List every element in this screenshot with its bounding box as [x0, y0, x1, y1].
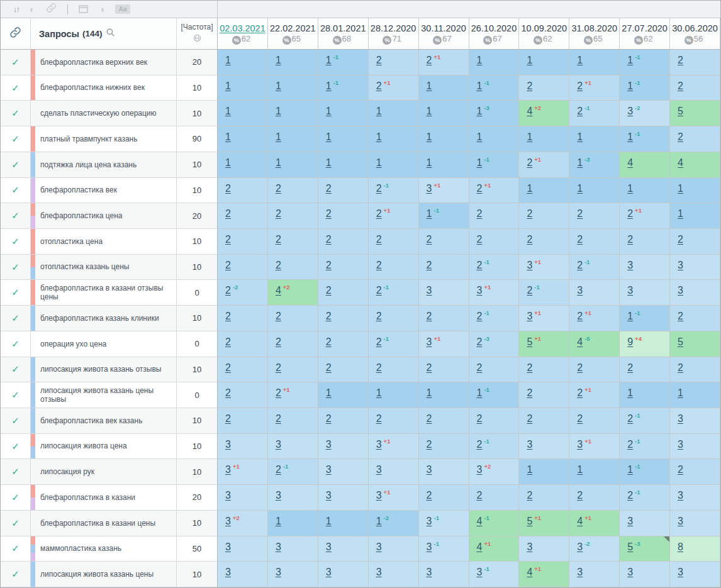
position-link[interactable]: 2 [276, 388, 281, 398]
position-link[interactable]: 1 [225, 106, 231, 116]
position-link[interactable]: 1 [276, 106, 281, 116]
keyword-checkbox[interactable]: ✓ [1, 485, 31, 511]
date-column-header[interactable]: 10.09.2020%62 [519, 18, 569, 50]
position-link[interactable]: 3 [678, 260, 683, 270]
position-link[interactable]: 2 [225, 260, 231, 270]
position-link[interactable]: 1 [376, 158, 382, 168]
position-link[interactable]: 4 [627, 158, 633, 168]
keyword-label[interactable]: блефаропластика век [40, 186, 117, 194]
position-link[interactable]: 1 [326, 55, 332, 65]
position-link[interactable]: 2 [326, 363, 332, 373]
position-link[interactable]: 2 [376, 184, 382, 194]
keyword-checkbox[interactable]: ✓ [1, 511, 31, 536]
position-link[interactable]: 2 [376, 235, 382, 245]
position-link[interactable]: 3 [627, 260, 633, 270]
position-link[interactable]: 1 [527, 132, 532, 142]
position-link[interactable]: 3 [427, 542, 432, 552]
position-link[interactable]: 3 [326, 465, 332, 475]
date-column-header[interactable]: 28.12.2020%71 [369, 18, 419, 50]
position-link[interactable]: 1 [276, 516, 281, 526]
position-link[interactable]: 2 [376, 337, 382, 347]
position-link[interactable]: 2 [326, 337, 332, 347]
keyword-label[interactable]: блефаропластика верхних век [40, 58, 147, 67]
position-link[interactable]: 2 [427, 363, 432, 373]
position-link[interactable]: 2 [577, 81, 583, 91]
keyword-checkbox[interactable]: ✓ [1, 229, 31, 255]
position-link[interactable]: 2 [577, 311, 583, 321]
position-link[interactable]: 1 [577, 55, 583, 65]
position-link[interactable]: 2 [225, 311, 231, 321]
position-link[interactable]: 3 [477, 567, 483, 577]
position-link[interactable]: 2 [326, 286, 332, 296]
date-column-header[interactable]: 02.03.2021%62 [218, 18, 268, 50]
position-link[interactable]: 2 [477, 209, 483, 219]
keyword-label[interactable]: блефаропластика цена [40, 211, 123, 220]
position-link[interactable]: 2 [225, 363, 231, 373]
position-link[interactable]: 1 [627, 132, 633, 142]
position-link[interactable]: 1 [427, 388, 432, 398]
position-link[interactable]: 1 [577, 465, 583, 475]
position-link[interactable]: 3 [427, 465, 432, 475]
position-link[interactable]: 3 [527, 311, 532, 321]
position-link[interactable]: 2 [276, 337, 281, 347]
position-link[interactable]: 3 [577, 542, 583, 552]
position-link[interactable]: 2 [577, 363, 583, 373]
keyword-checkbox[interactable]: ✓ [1, 255, 31, 280]
date-label[interactable]: 30.11.2020 [421, 23, 466, 33]
keyword-checkbox[interactable]: ✓ [1, 331, 31, 357]
position-link[interactable]: 1 [477, 55, 483, 65]
position-link[interactable]: 3 [376, 567, 382, 577]
keyword-checkbox[interactable]: ✓ [1, 459, 31, 485]
keyword-checkbox[interactable]: ✓ [1, 152, 31, 178]
circle-icon[interactable]: ◐ [30, 4, 35, 14]
date-column-header[interactable]: 30.11.2020%67 [419, 18, 469, 50]
keyword-checkbox[interactable]: ✓ [1, 434, 31, 460]
position-link[interactable]: 1 [527, 465, 532, 475]
position-link[interactable]: 1 [225, 81, 231, 91]
position-link[interactable]: 3 [577, 567, 583, 577]
position-link[interactable]: 2 [276, 311, 281, 321]
position-link[interactable]: 3 [276, 440, 281, 450]
position-link[interactable]: 3 [477, 286, 483, 296]
position-link[interactable]: 9 [627, 337, 633, 347]
keyword-label[interactable]: блефаропластика казань клиники [40, 314, 159, 323]
position-link[interactable]: 3 [376, 491, 382, 501]
position-link[interactable]: 2 [225, 337, 231, 347]
note-marker[interactable] [664, 536, 669, 542]
keyword-label[interactable]: блефаропластика век казань [40, 416, 142, 425]
keyword-checkbox[interactable]: ✓ [1, 178, 31, 204]
date-column-header[interactable]: 26.10.2020%67 [469, 18, 520, 50]
position-link[interactable]: 2 [376, 209, 382, 219]
panel-icon[interactable] [79, 5, 88, 13]
position-link[interactable]: 2 [276, 260, 281, 270]
position-link[interactable]: 4 [276, 286, 281, 296]
position-link[interactable]: 2 [427, 414, 432, 424]
keyword-label[interactable]: блефаропластика в казани [40, 493, 135, 502]
position-link[interactable]: 3 [326, 440, 332, 450]
keyword-label[interactable]: отопластика казань цены [40, 262, 129, 271]
position-link[interactable]: 2 [678, 311, 683, 321]
keyword-checkbox[interactable]: ✓ [1, 408, 31, 434]
position-link[interactable]: 1 [376, 132, 382, 142]
position-link[interactable]: 2 [477, 260, 483, 270]
position-link[interactable]: 2 [477, 311, 483, 321]
position-link[interactable]: 1 [627, 184, 633, 194]
keyword-checkbox[interactable]: ✓ [1, 357, 31, 383]
keyword-checkbox[interactable]: ✓ [1, 382, 31, 408]
keyword-label[interactable]: липосакция живота казань цены отзывы [40, 386, 172, 404]
position-link[interactable]: 3 [276, 542, 281, 552]
date-label[interactable]: 28.12.2020 [371, 23, 416, 33]
position-link[interactable]: 3 [678, 286, 683, 296]
position-link[interactable]: 2 [427, 55, 432, 65]
position-link[interactable]: 3 [326, 491, 332, 501]
position-link[interactable]: 2 [477, 184, 483, 194]
position-link[interactable]: 1 [477, 106, 483, 116]
position-link[interactable]: 2 [376, 286, 382, 296]
position-link[interactable]: 2 [276, 235, 281, 245]
position-link[interactable]: 2 [276, 184, 281, 194]
position-link[interactable]: 1 [276, 55, 281, 65]
position-link[interactable]: 3 [276, 567, 281, 577]
position-link[interactable]: 2 [326, 209, 332, 219]
position-link[interactable]: 2 [527, 414, 532, 424]
position-link[interactable]: 1 [477, 132, 483, 142]
